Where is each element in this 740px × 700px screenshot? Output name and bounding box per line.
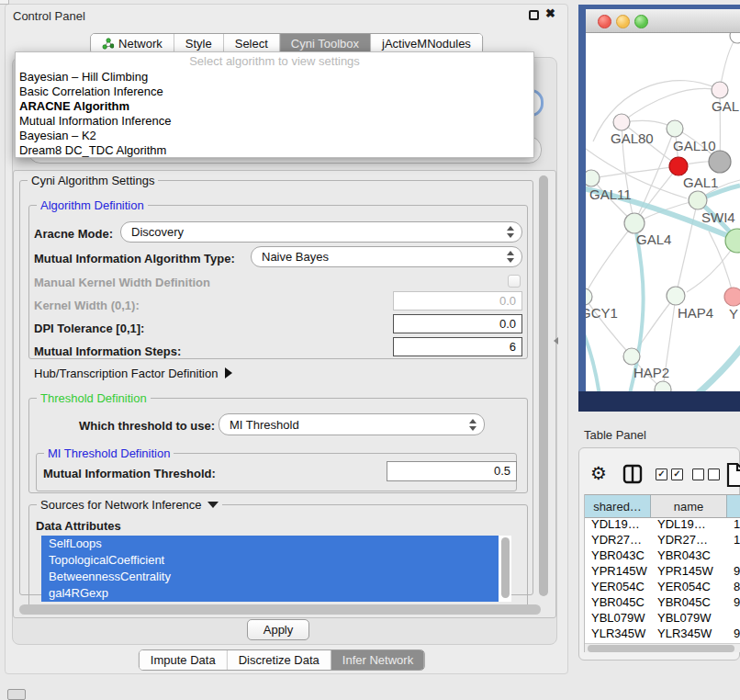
list-scrollbar[interactable] — [501, 537, 510, 598]
network-node-gal11[interactable] — [586, 170, 600, 186]
sources-title[interactable]: Sources for Network Inference — [37, 498, 222, 512]
network-node-gal[interactable] — [712, 82, 728, 98]
network-node-label: GAL80 — [611, 130, 654, 146]
gear-icon[interactable]: ⚙ — [590, 462, 607, 484]
unselect-columns-icon[interactable] — [692, 469, 720, 480]
tab-cyni-toolbox[interactable]: Cyni Toolbox — [280, 34, 371, 53]
unchecked-box-icon — [692, 469, 704, 480]
new-table-icon[interactable] — [725, 462, 740, 488]
network-node-gal80[interactable] — [613, 114, 630, 130]
aracne-mode-combobox[interactable]: Discovery — [120, 221, 522, 243]
network-icon — [102, 38, 114, 50]
mi-steps-label: Mutual Information Steps: — [34, 344, 181, 358]
apply-button[interactable]: Apply — [247, 619, 309, 640]
network-node-hap4[interactable] — [667, 287, 685, 305]
mi-threshold-field[interactable]: 0.5 — [387, 461, 517, 481]
network-node-gal4[interactable] — [624, 213, 645, 233]
algorithm-option[interactable]: Bayesian – Hill Climbing — [16, 70, 533, 85]
network-node-y[interactable] — [724, 288, 740, 306]
kernel-width-label: Kernel Width (0,1): — [34, 299, 140, 312]
column-header-A[interactable]: A — [727, 495, 740, 517]
dpi-tolerance-field[interactable]: 0.0 — [393, 314, 522, 333]
network-graph[interactable]: GALGAL80GAL10GAL1GAL11SWI4GAL4GCY1HAP4YH… — [586, 33, 740, 391]
data-attribute-item[interactable]: BetweennessCentrality — [41, 569, 499, 585]
corner-tab-sliver — [0, 0, 9, 5]
network-node-label: HAP4 — [678, 305, 713, 321]
cyni-algorithm-settings-title: Cyni Algorithm Settings — [28, 174, 158, 187]
network-node[interactable] — [730, 33, 740, 43]
data-attribute-item[interactable]: gal4RGexp — [41, 585, 499, 602]
expand-right-icon — [225, 367, 232, 378]
tab-impute-data-label: Impute Data — [151, 653, 216, 667]
network-window-titlebar[interactable] — [586, 9, 740, 33]
table-row[interactable]: YER054CYER054C8. — [585, 579, 740, 594]
settings-horizontal-scrollbar[interactable] — [19, 604, 541, 615]
table-row[interactable]: YBR045CYBR045C9. — [585, 594, 740, 610]
tab-network-label: Network — [118, 37, 163, 51]
manual-kernel-width-checkbox[interactable] — [508, 275, 521, 288]
node-table: shared…nameA YDL19…YDL19…13YDR27…YDR27…1… — [584, 494, 740, 652]
panel-collapse-arrow-icon[interactable] — [554, 337, 558, 344]
data-attributes-list[interactable]: SelfLoopsTopologicalCoefficientBetweenne… — [41, 536, 511, 602]
network-edge — [586, 325, 602, 391]
kernel-width-field[interactable]: 0.0 — [393, 291, 522, 310]
tab-infer-network[interactable]: Infer Network — [331, 650, 424, 670]
network-node-gal10[interactable] — [667, 120, 683, 137]
minimize-traffic-light-icon[interactable] — [616, 15, 630, 28]
table-cell: YLR345W — [651, 626, 727, 641]
tab-jactivemnodules[interactable]: jActiveMNodules — [371, 34, 482, 53]
tab-impute-data[interactable]: Impute Data — [140, 650, 228, 670]
column-header-name[interactable]: name — [651, 495, 727, 517]
table-horizontal-scrollbar[interactable] — [588, 645, 734, 652]
which-threshold-combobox[interactable]: MI Threshold — [219, 413, 485, 435]
network-node-swi4[interactable] — [689, 191, 707, 209]
cyni-settings-scrollpane: Cyni Algorithm Settings Algorithm Defini… — [13, 170, 556, 618]
table-row[interactable]: YBL079WYBL079W — [585, 610, 740, 626]
table-row[interactable]: YDL19…YDL19…13 — [585, 516, 740, 532]
column-header-shared…[interactable]: shared… — [585, 495, 651, 517]
algorithm-option[interactable]: Bayesian – K2 — [16, 129, 533, 143]
table-cell: YBL079W — [651, 610, 727, 626]
minimized-tab-icon[interactable] — [7, 689, 26, 700]
data-attribute-item[interactable]: SelfLoops — [41, 536, 499, 552]
table-cell: 9. — [727, 594, 740, 610]
algorithm-option[interactable]: Basic Correlation Inference — [16, 85, 533, 99]
algorithm-option[interactable]: Dream8 DC_TDC Algorithm — [16, 143, 533, 158]
network-node[interactable] — [655, 381, 671, 391]
network-node-hap2[interactable] — [623, 348, 640, 365]
tab-select[interactable]: Select — [224, 34, 280, 53]
mi-algorithm-type-label: Mutual Information Algorithm Type: — [34, 252, 235, 265]
data-attribute-item[interactable]: TopologicalCoefficient — [41, 552, 499, 569]
table-cell: YBR043C — [651, 548, 727, 563]
which-threshold-value: MI Threshold — [230, 418, 299, 432]
network-view-canvas[interactable]: GALGAL80GAL10GAL1GAL11SWI4GAL4GCY1HAP4YH… — [586, 33, 740, 391]
threshold-definition-title: Threshold Definition — [37, 391, 151, 405]
table-row[interactable]: YLR345WYLR345W9. — [585, 626, 740, 641]
network-node[interactable] — [709, 151, 731, 173]
algorithm-option[interactable]: ARACNE Algorithm — [16, 99, 533, 114]
table-cell: 9. — [727, 563, 740, 579]
table-cell: YDL19… — [585, 516, 651, 532]
network-node-gal1[interactable] — [669, 157, 688, 175]
table-row[interactable]: YPR145WYPR145W9. — [585, 563, 740, 579]
table-cell: 8. — [727, 579, 740, 594]
algorithm-dropdown-popup: Select algorithm to view settings Bayesi… — [15, 51, 534, 158]
split-panel-icon[interactable] — [622, 464, 643, 484]
float-window-icon[interactable] — [529, 10, 539, 20]
mi-algorithm-type-combobox[interactable]: Naive Bayes — [251, 246, 522, 267]
tab-style[interactable]: Style — [174, 34, 224, 53]
network-node-gcy1[interactable] — [586, 288, 592, 305]
zoom-traffic-light-icon[interactable] — [634, 15, 648, 28]
settings-vertical-scrollbar[interactable] — [539, 175, 548, 596]
close-traffic-light-icon[interactable] — [598, 15, 611, 28]
algorithm-option[interactable]: Mutual Information Inference — [16, 114, 533, 129]
network-node-label: HAP2 — [633, 365, 669, 380]
tab-network[interactable]: Network — [91, 34, 174, 53]
hub-definition-expander[interactable]: Hub/Transcription Factor Definition — [34, 367, 232, 380]
mi-steps-field[interactable]: 6 — [393, 337, 522, 356]
table-row[interactable]: YDR27…YDR27…12 — [585, 532, 740, 548]
table-row[interactable]: YBR043CYBR043C — [585, 548, 740, 563]
select-columns-icon[interactable]: ✓ ✓ — [656, 469, 683, 480]
tab-style-label: Style — [185, 37, 212, 51]
tab-discretize-data[interactable]: Discretize Data — [228, 650, 331, 670]
